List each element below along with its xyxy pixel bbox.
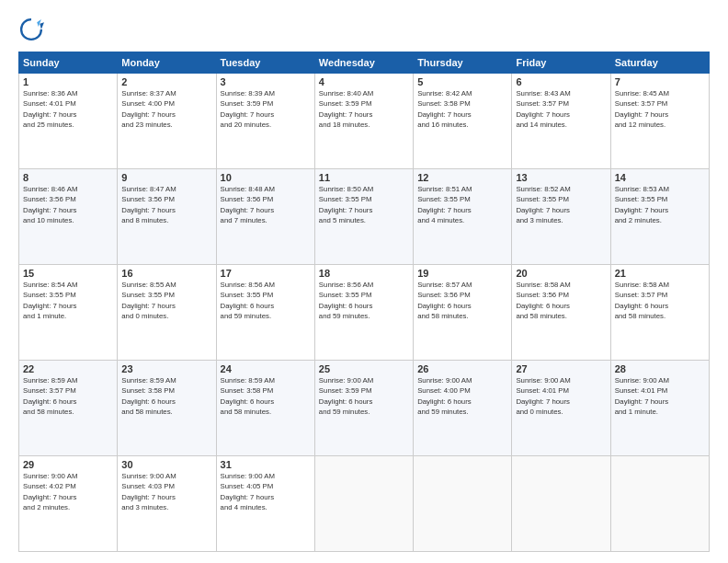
day-cell: 29Sunrise: 9:00 AM Sunset: 4:02 PM Dayli… <box>19 456 118 552</box>
day-number: 5 <box>417 76 507 87</box>
day-cell: 16Sunrise: 8:55 AM Sunset: 3:55 PM Dayli… <box>118 265 216 361</box>
day-cell: 19Sunrise: 8:57 AM Sunset: 3:56 PM Dayli… <box>414 265 512 361</box>
day-cell: 8Sunrise: 8:46 AM Sunset: 3:56 PM Daylig… <box>19 169 118 265</box>
day-cell: 22Sunrise: 8:59 AM Sunset: 3:57 PM Dayli… <box>19 361 118 456</box>
day-number: 22 <box>23 363 113 374</box>
day-cell: 20Sunrise: 8:58 AM Sunset: 3:56 PM Dayli… <box>512 265 610 361</box>
day-info: Sunrise: 9:00 AM Sunset: 3:59 PM Dayligh… <box>319 375 409 417</box>
day-cell: 12Sunrise: 8:51 AM Sunset: 3:55 PM Dayli… <box>414 169 512 265</box>
day-number: 10 <box>221 172 311 183</box>
day-number: 16 <box>121 268 211 279</box>
day-number: 3 <box>221 76 311 87</box>
day-info: Sunrise: 8:40 AM Sunset: 3:59 PM Dayligh… <box>319 88 409 130</box>
day-number: 28 <box>615 363 705 374</box>
day-number: 14 <box>615 172 705 183</box>
day-info: Sunrise: 8:58 AM Sunset: 3:56 PM Dayligh… <box>516 280 606 321</box>
day-cell: 2Sunrise: 8:37 AM Sunset: 4:00 PM Daylig… <box>118 74 216 169</box>
col-header-sunday: Sunday <box>19 52 118 74</box>
day-cell: 1Sunrise: 8:36 AM Sunset: 4:01 PM Daylig… <box>19 74 118 169</box>
col-header-thursday: Thursday <box>414 52 512 74</box>
day-info: Sunrise: 8:53 AM Sunset: 3:55 PM Dayligh… <box>615 184 705 225</box>
day-info: Sunrise: 8:59 AM Sunset: 3:57 PM Dayligh… <box>23 375 113 417</box>
day-number: 26 <box>417 363 507 374</box>
day-number: 24 <box>221 363 311 374</box>
day-number: 2 <box>121 76 211 87</box>
day-number: 7 <box>615 76 705 87</box>
day-info: Sunrise: 8:45 AM Sunset: 3:57 PM Dayligh… <box>615 88 705 130</box>
day-number: 25 <box>319 363 409 374</box>
day-info: Sunrise: 8:52 AM Sunset: 3:55 PM Dayligh… <box>516 184 606 225</box>
day-info: Sunrise: 9:00 AM Sunset: 4:03 PM Dayligh… <box>121 471 211 512</box>
day-info: Sunrise: 9:00 AM Sunset: 4:01 PM Dayligh… <box>615 375 705 417</box>
day-info: Sunrise: 8:39 AM Sunset: 3:59 PM Dayligh… <box>221 88 311 130</box>
day-cell <box>314 456 413 552</box>
col-header-monday: Monday <box>118 52 216 74</box>
day-info: Sunrise: 8:47 AM Sunset: 3:56 PM Dayligh… <box>121 184 211 225</box>
day-number: 29 <box>23 459 113 470</box>
col-header-tuesday: Tuesday <box>216 52 314 74</box>
day-info: Sunrise: 8:37 AM Sunset: 4:00 PM Dayligh… <box>121 88 211 130</box>
calendar: SundayMondayTuesdayWednesdayThursdayFrid… <box>18 52 710 552</box>
day-info: Sunrise: 9:00 AM Sunset: 4:02 PM Dayligh… <box>23 471 113 512</box>
day-number: 27 <box>516 363 606 374</box>
day-cell <box>414 456 512 552</box>
day-cell <box>512 456 610 552</box>
day-number: 17 <box>221 268 311 279</box>
week-row-2: 8Sunrise: 8:46 AM Sunset: 3:56 PM Daylig… <box>19 169 710 265</box>
day-cell: 27Sunrise: 9:00 AM Sunset: 4:01 PM Dayli… <box>512 361 610 456</box>
day-cell: 11Sunrise: 8:50 AM Sunset: 3:55 PM Dayli… <box>314 169 413 265</box>
day-cell <box>610 456 709 552</box>
day-number: 19 <box>417 268 507 279</box>
day-info: Sunrise: 8:43 AM Sunset: 3:57 PM Dayligh… <box>516 88 606 130</box>
week-row-3: 15Sunrise: 8:54 AM Sunset: 3:55 PM Dayli… <box>19 265 710 361</box>
day-cell: 13Sunrise: 8:52 AM Sunset: 3:55 PM Dayli… <box>512 169 610 265</box>
day-info: Sunrise: 8:59 AM Sunset: 3:58 PM Dayligh… <box>121 375 211 417</box>
day-info: Sunrise: 8:55 AM Sunset: 3:55 PM Dayligh… <box>121 280 211 321</box>
day-cell: 21Sunrise: 8:58 AM Sunset: 3:57 PM Dayli… <box>610 265 709 361</box>
day-cell: 30Sunrise: 9:00 AM Sunset: 4:03 PM Dayli… <box>118 456 216 552</box>
day-cell: 26Sunrise: 9:00 AM Sunset: 4:00 PM Dayli… <box>414 361 512 456</box>
day-info: Sunrise: 8:36 AM Sunset: 4:01 PM Dayligh… <box>23 88 113 130</box>
day-cell: 24Sunrise: 8:59 AM Sunset: 3:58 PM Dayli… <box>216 361 314 456</box>
page: SundayMondayTuesdayWednesdayThursdayFrid… <box>0 0 728 563</box>
day-cell: 14Sunrise: 8:53 AM Sunset: 3:55 PM Dayli… <box>610 169 709 265</box>
day-info: Sunrise: 9:00 AM Sunset: 4:01 PM Dayligh… <box>516 375 606 417</box>
day-cell: 6Sunrise: 8:43 AM Sunset: 3:57 PM Daylig… <box>512 74 610 169</box>
day-number: 30 <box>121 459 211 470</box>
day-cell: 5Sunrise: 8:42 AM Sunset: 3:58 PM Daylig… <box>414 74 512 169</box>
header-row: SundayMondayTuesdayWednesdayThursdayFrid… <box>19 52 710 74</box>
day-info: Sunrise: 9:00 AM Sunset: 4:05 PM Dayligh… <box>221 471 311 512</box>
day-cell: 15Sunrise: 8:54 AM Sunset: 3:55 PM Dayli… <box>19 265 118 361</box>
day-number: 23 <box>121 363 211 374</box>
day-info: Sunrise: 8:56 AM Sunset: 3:55 PM Dayligh… <box>221 280 311 321</box>
day-cell: 10Sunrise: 8:48 AM Sunset: 3:56 PM Dayli… <box>216 169 314 265</box>
day-cell: 3Sunrise: 8:39 AM Sunset: 3:59 PM Daylig… <box>216 74 314 169</box>
day-number: 9 <box>121 172 211 183</box>
day-info: Sunrise: 8:50 AM Sunset: 3:55 PM Dayligh… <box>319 184 409 225</box>
day-info: Sunrise: 8:58 AM Sunset: 3:57 PM Dayligh… <box>615 280 705 321</box>
col-header-saturday: Saturday <box>610 52 709 74</box>
day-cell: 28Sunrise: 9:00 AM Sunset: 4:01 PM Dayli… <box>610 361 709 456</box>
day-info: Sunrise: 8:57 AM Sunset: 3:56 PM Dayligh… <box>417 280 507 321</box>
day-info: Sunrise: 8:56 AM Sunset: 3:55 PM Dayligh… <box>319 280 409 321</box>
header <box>18 17 710 42</box>
day-cell: 17Sunrise: 8:56 AM Sunset: 3:55 PM Dayli… <box>216 265 314 361</box>
day-cell: 18Sunrise: 8:56 AM Sunset: 3:55 PM Dayli… <box>314 265 413 361</box>
day-cell: 7Sunrise: 8:45 AM Sunset: 3:57 PM Daylig… <box>610 74 709 169</box>
day-cell: 25Sunrise: 9:00 AM Sunset: 3:59 PM Dayli… <box>314 361 413 456</box>
day-info: Sunrise: 8:46 AM Sunset: 3:56 PM Dayligh… <box>23 184 113 225</box>
day-number: 20 <box>516 268 606 279</box>
day-number: 1 <box>23 76 113 87</box>
day-number: 18 <box>319 268 409 279</box>
day-cell: 23Sunrise: 8:59 AM Sunset: 3:58 PM Dayli… <box>118 361 216 456</box>
week-row-4: 22Sunrise: 8:59 AM Sunset: 3:57 PM Dayli… <box>19 361 710 456</box>
day-cell: 4Sunrise: 8:40 AM Sunset: 3:59 PM Daylig… <box>314 74 413 169</box>
day-cell: 9Sunrise: 8:47 AM Sunset: 3:56 PM Daylig… <box>118 169 216 265</box>
week-row-1: 1Sunrise: 8:36 AM Sunset: 4:01 PM Daylig… <box>19 74 710 169</box>
day-info: Sunrise: 8:48 AM Sunset: 3:56 PM Dayligh… <box>221 184 311 225</box>
day-number: 12 <box>417 172 507 183</box>
day-cell: 31Sunrise: 9:00 AM Sunset: 4:05 PM Dayli… <box>216 456 314 552</box>
day-number: 4 <box>319 76 409 87</box>
day-info: Sunrise: 9:00 AM Sunset: 4:00 PM Dayligh… <box>417 375 507 417</box>
day-number: 8 <box>23 172 113 183</box>
